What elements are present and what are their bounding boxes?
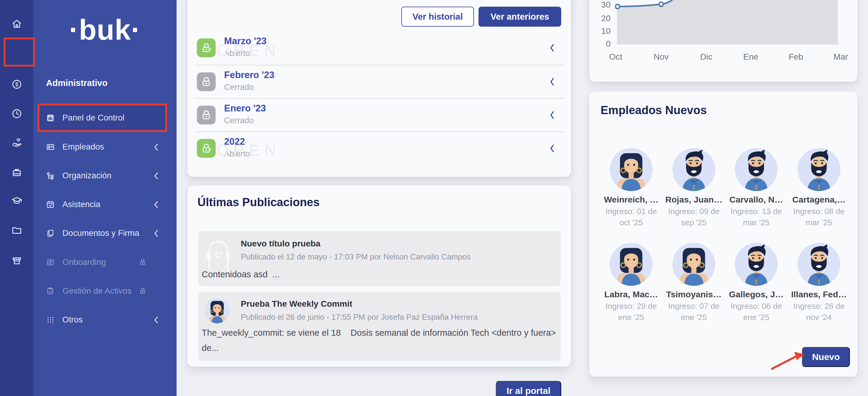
- employee-hire-date: Ingreso: 13 de mar '25: [731, 206, 782, 228]
- chevron-left-icon: [550, 43, 555, 52]
- lock-closed-icon: [197, 72, 216, 91]
- employee-avatar: [610, 243, 653, 286]
- author-avatar: [205, 298, 230, 323]
- dollar-circle-icon[interactable]: $: [0, 73, 33, 95]
- post-title: Nuevo título prueba: [241, 239, 320, 249]
- sidebar-item-label: Gestión de Activos: [62, 286, 131, 296]
- chevron-left-icon: [550, 111, 555, 119]
- period-row-febrero-23[interactable]: Febrero '23 Cerrado: [187, 65, 571, 98]
- chevron-collapse-icon: [154, 172, 158, 179]
- post-meta: Publicado el 26 de junio - 17:55 PM por …: [241, 312, 477, 322]
- gift-icon[interactable]: [0, 161, 33, 183]
- employee-avatar: [610, 148, 653, 191]
- employee-hire-date: Ingreso: 26 de nov '24: [793, 301, 844, 323]
- bar-chart-icon: [46, 113, 55, 122]
- sidebar-item-asistencia[interactable]: Asistencia: [46, 198, 166, 211]
- employee-hire-date: Ingreso: 01 de oct '25: [606, 206, 657, 228]
- publication-post[interactable]: Nuevo título prueba Publicado el 12 de m…: [198, 231, 561, 286]
- sidebar-item-onboarding[interactable]: Onboarding: [46, 256, 166, 269]
- hand-heart-icon[interactable]: [0, 132, 33, 154]
- employee-name: Rojas, Juan…: [665, 195, 722, 205]
- x-axis-tick: Ene: [737, 52, 765, 62]
- period-title: Enero '23: [224, 103, 266, 114]
- open-watermark: OPEN: [217, 141, 280, 159]
- sidebar-item-organizacion[interactable]: Organización: [46, 169, 166, 182]
- icon-rail: $: [0, 0, 33, 396]
- employee-avatar: [735, 148, 778, 191]
- employee-card[interactable]: Carvallo, N… Ingreso: 13 de mar '25: [725, 148, 787, 228]
- employee-card[interactable]: Weinreich, … Ingreso: 01 de oct '25: [600, 148, 662, 228]
- employee-name: Cartagena,…: [792, 195, 845, 205]
- employee-avatar: [798, 148, 840, 191]
- post-title: Prueba The Weekly Commit: [241, 299, 352, 309]
- chevron-collapse-icon: [154, 230, 158, 237]
- employee-card[interactable]: Cartagena,… Ingreso: 08 de mar '25: [788, 148, 850, 228]
- sidebar-item-label: Organización: [62, 171, 112, 180]
- employee-name: Weinreich, …: [604, 195, 658, 205]
- employee-card[interactable]: Gallegos, J… Ingreso: 06 de ene '25: [725, 243, 787, 323]
- x-axis-tick: Nov: [648, 52, 675, 62]
- chevron-collapse-icon: [154, 143, 158, 151]
- employee-name: Tsimoyanis…: [666, 290, 721, 299]
- unlock-open-icon: [197, 38, 216, 57]
- employee-hire-date: Ingreso: 06 de ene '25: [731, 301, 782, 323]
- home-icon[interactable]: [0, 13, 33, 34]
- svg-text:$: $: [15, 81, 18, 87]
- publication-post[interactable]: Prueba The Weekly Commit Publicado el 26…: [198, 292, 561, 361]
- lock-icon: [139, 258, 147, 266]
- employee-card[interactable]: Tsimoyanis… Ingreso: 07 de ene '25: [663, 243, 725, 323]
- new-employees-card: Empleados Nuevos Weinreich, … Ingreso: 0…: [589, 92, 858, 376]
- period-status: Cerrado: [224, 116, 254, 125]
- lock-icon: [139, 287, 147, 295]
- sidebar-item-label: Asistencia: [62, 199, 100, 209]
- buk-logo: ·buk·: [33, 13, 177, 46]
- chevron-collapse-icon: [154, 201, 158, 208]
- clock-icon[interactable]: [0, 103, 33, 125]
- post-meta: Publicado el 12 de mayo - 17:03 PM por N…: [241, 252, 471, 262]
- sidebar-item-otros[interactable]: Otros: [46, 313, 166, 326]
- ir-al-portal-button[interactable]: Ir al portal: [496, 381, 561, 396]
- employee-avatar: [735, 243, 778, 286]
- sidebar-item-label: Documentos y Firma: [62, 228, 139, 238]
- x-axis-tick: Oct: [602, 52, 629, 62]
- employee-avatar: [798, 243, 840, 286]
- period-row-enero-23[interactable]: Enero '23 Cerrado: [187, 99, 571, 131]
- open-watermark: OPEN: [217, 41, 280, 59]
- id-card-icon: [46, 142, 55, 152]
- sidebar-item-gestion-de-activos[interactable]: Gestión de Activos: [46, 284, 166, 298]
- x-axis-tick: Dic: [693, 52, 720, 62]
- new-employees-title: Empleados Nuevos: [600, 104, 707, 117]
- y-axis-tick: 10: [592, 26, 611, 36]
- sidebar-item-documentos-y-firma[interactable]: Documentos y Firma: [46, 227, 166, 240]
- post-content: Contenidoas asd ...: [202, 267, 558, 282]
- sidebar-item-empleados[interactable]: Empleados: [46, 140, 166, 154]
- employee-card[interactable]: Labra, Mac… Ingreso: 29 de ene '25: [600, 243, 662, 323]
- sidebar-item-panel-de-control[interactable]: Panel de Control: [46, 111, 166, 125]
- clipboard-clock-icon[interactable]: [0, 43, 33, 65]
- publications-card: Últimas Publicaciones Nuevo título prueb…: [187, 186, 571, 367]
- storefront-icon[interactable]: [0, 250, 33, 271]
- chevron-left-icon: [550, 77, 555, 86]
- y-axis-tick: 30: [592, 0, 611, 10]
- chevron-collapse-icon: [154, 316, 158, 323]
- period-title: Febrero '23: [224, 70, 274, 80]
- chevron-left-icon: [550, 144, 555, 153]
- sidebar-item-label: Panel de Control: [62, 113, 124, 123]
- rail-scrollbar-thumb[interactable]: [31, 41, 33, 66]
- clipboard-check-icon: [46, 287, 55, 296]
- employee-hire-date: Ingreso: 07 de ene '25: [668, 301, 719, 323]
- folder-icon[interactable]: [0, 219, 33, 241]
- chart-card: 30 20 10 0 Oct Nov Dic Ene Feb Mar: [589, 0, 858, 82]
- nuevo-button[interactable]: Nuevo: [802, 347, 850, 367]
- sidebar-item-label: Onboarding: [62, 257, 106, 267]
- employee-hire-date: Ingreso: 08 de mar '25: [793, 206, 844, 228]
- ver-historial-button[interactable]: Ver historial: [401, 7, 474, 27]
- employee-card[interactable]: Rojas, Juan… Ingreso: 09 de sep '25: [663, 148, 725, 228]
- x-axis-tick: Feb: [782, 52, 810, 62]
- employee-card[interactable]: Illanes, Fed… Ingreso: 26 de nov '24: [788, 243, 850, 323]
- graduation-cap-icon[interactable]: [0, 190, 33, 211]
- periods-card: Ver historial Ver anteriores OPEN OPEN M…: [187, 0, 571, 177]
- y-axis-tick: 0: [592, 39, 611, 49]
- employee-name: Illanes, Fed…: [791, 290, 847, 299]
- ver-anteriores-button[interactable]: Ver anteriores: [478, 7, 561, 27]
